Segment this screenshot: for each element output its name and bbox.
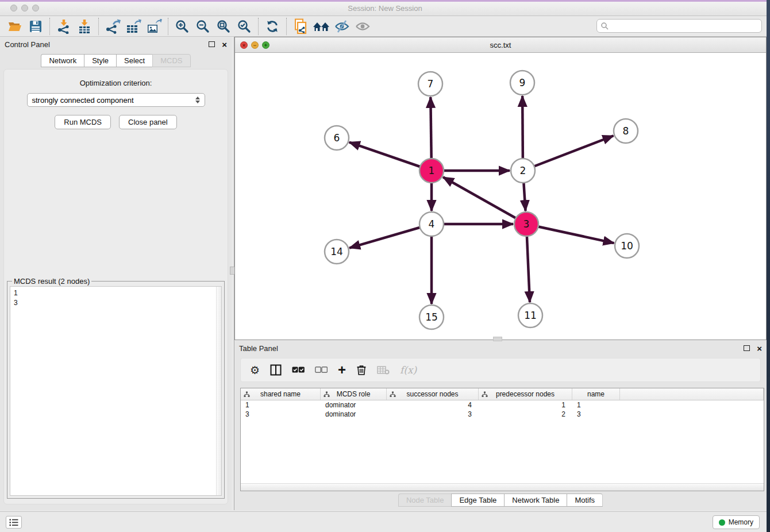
zoom-in-icon[interactable] bbox=[172, 17, 192, 36]
desktop-background-strip bbox=[767, 0, 770, 532]
zoom-fit-icon[interactable] bbox=[213, 17, 234, 36]
tab-node-table[interactable]: Node Table bbox=[398, 494, 452, 507]
main-toolbar bbox=[0, 16, 770, 37]
column-header-successor-nodes[interactable]: successor nodes bbox=[387, 388, 479, 400]
table-row[interactable]: 1 dominator 4 1 1 bbox=[241, 400, 764, 410]
deselect-all-checks-icon[interactable] bbox=[315, 367, 328, 373]
memory-status-icon bbox=[719, 519, 725, 526]
mcds-result-text[interactable]: 1 3 bbox=[10, 286, 222, 496]
dropdown-stepper-icon bbox=[195, 97, 200, 103]
graph-edge-3-10[interactable] bbox=[526, 224, 614, 243]
cell-predecessor-nodes: 1 bbox=[479, 400, 572, 410]
graph-node-14[interactable]: 14 bbox=[325, 240, 349, 264]
network-window-title: scc.txt bbox=[235, 41, 766, 49]
column-header-predecessor-nodes[interactable]: predecessor nodes bbox=[479, 388, 572, 400]
table-horizontal-scrollbar[interactable] bbox=[241, 483, 764, 491]
tab-network-table[interactable]: Network Table bbox=[504, 494, 567, 507]
table-header: shared name MCDS role successor nodes pr… bbox=[241, 388, 764, 400]
export-network-icon[interactable] bbox=[102, 17, 123, 36]
svg-text:6: 6 bbox=[334, 132, 340, 144]
svg-text:10: 10 bbox=[621, 240, 633, 252]
svg-text:11: 11 bbox=[524, 310, 537, 321]
export-image-icon[interactable] bbox=[144, 17, 164, 36]
first-neighbors-icon[interactable] bbox=[311, 17, 332, 36]
node-table: shared name MCDS role successor nodes pr… bbox=[240, 388, 764, 491]
delete-table-icon[interactable] bbox=[377, 365, 390, 375]
task-history-button[interactable] bbox=[6, 516, 22, 529]
show-all-icon[interactable] bbox=[352, 17, 373, 36]
graph-node-15[interactable]: 15 bbox=[419, 305, 444, 329]
function-builder-icon[interactable]: f(x) bbox=[400, 364, 417, 376]
delete-row-icon[interactable] bbox=[356, 364, 367, 376]
memory-button[interactable]: Memory bbox=[713, 515, 760, 529]
tab-style[interactable]: Style bbox=[84, 54, 116, 67]
graph-node-6[interactable]: 6 bbox=[325, 126, 349, 150]
graph-edge-3-1[interactable] bbox=[443, 177, 526, 224]
export-table-icon[interactable] bbox=[123, 17, 144, 36]
result-scrollbar[interactable] bbox=[216, 287, 221, 495]
table-settings-icon[interactable]: ⚙ bbox=[250, 365, 260, 376]
graph-node-2[interactable]: 2 bbox=[511, 159, 535, 183]
svg-text:3: 3 bbox=[523, 218, 530, 230]
import-table-icon[interactable] bbox=[74, 17, 95, 36]
column-header-shared-name[interactable]: shared name bbox=[241, 388, 321, 400]
search-box[interactable] bbox=[596, 19, 762, 33]
window-title: Session: New Session bbox=[0, 4, 770, 13]
zoom-selected-icon[interactable] bbox=[234, 17, 255, 36]
cell-predecessor-nodes: 2 bbox=[479, 410, 572, 419]
column-header-name[interactable]: name bbox=[572, 388, 620, 400]
close-table-panel-icon[interactable]: × bbox=[757, 344, 762, 353]
graph-node-10[interactable]: 10 bbox=[615, 234, 639, 258]
horizontal-splitter-grip[interactable] bbox=[493, 337, 502, 341]
graph-edge-4-14[interactable] bbox=[349, 224, 432, 248]
graph-edge-1-6[interactable] bbox=[349, 142, 432, 171]
select-all-checks-icon[interactable] bbox=[292, 367, 305, 373]
network-window-titlebar[interactable]: × − + scc.txt bbox=[235, 37, 766, 53]
zoom-out-icon[interactable] bbox=[192, 17, 213, 36]
window-titlebar: Session: New Session bbox=[0, 0, 770, 16]
graph-node-3[interactable]: 3 bbox=[514, 212, 538, 236]
criterion-dropdown[interactable]: strongly connected component bbox=[27, 93, 205, 107]
refresh-icon[interactable] bbox=[262, 17, 283, 36]
tab-network[interactable]: Network bbox=[41, 54, 84, 67]
cell-shared-name: 1 bbox=[241, 400, 321, 410]
cell-name: 3 bbox=[572, 410, 620, 419]
tab-motifs[interactable]: Motifs bbox=[567, 494, 603, 507]
graph-node-9[interactable]: 9 bbox=[510, 71, 534, 95]
mcds-result-title: MCDS result (2 nodes) bbox=[12, 277, 91, 286]
run-mcds-button[interactable]: Run MCDS bbox=[55, 115, 111, 129]
hide-selected-icon[interactable] bbox=[332, 17, 352, 36]
column-layout-icon[interactable] bbox=[270, 364, 282, 376]
optimization-criterion-label: Optimization criterion: bbox=[4, 79, 228, 87]
graph-node-7[interactable]: 7 bbox=[418, 72, 442, 96]
control-panel-tabs: Network Style Select MCDS bbox=[0, 54, 232, 67]
tab-select[interactable]: Select bbox=[116, 54, 152, 67]
graph-edge-2-8[interactable] bbox=[523, 136, 614, 171]
import-network-icon[interactable] bbox=[53, 17, 74, 36]
graph-node-11[interactable]: 11 bbox=[518, 303, 542, 327]
result-line: 1 bbox=[14, 288, 218, 298]
cell-mcds-role: dominator bbox=[321, 400, 387, 410]
table-panel-title: Table Panel bbox=[239, 344, 278, 353]
tab-mcds[interactable]: MCDS bbox=[152, 54, 190, 67]
mcds-result-box: MCDS result (2 nodes) 1 3 bbox=[7, 281, 225, 499]
save-session-icon[interactable] bbox=[25, 17, 46, 36]
table-row[interactable]: 3 dominator 3 2 3 bbox=[241, 410, 764, 419]
add-row-icon[interactable]: + bbox=[338, 364, 346, 376]
network-graph[interactable]: 7968124314101511 bbox=[235, 53, 766, 340]
graph-node-1[interactable]: 1 bbox=[419, 159, 444, 183]
search-input[interactable] bbox=[611, 22, 758, 30]
graph-node-4[interactable]: 4 bbox=[419, 212, 444, 236]
close-panel-icon[interactable]: × bbox=[222, 40, 227, 49]
column-header-mcds-role[interactable]: MCDS role bbox=[321, 388, 387, 400]
open-file-icon[interactable] bbox=[5, 17, 25, 36]
new-network-from-selection-icon[interactable] bbox=[290, 17, 311, 36]
svg-text:7: 7 bbox=[428, 78, 434, 90]
tab-edge-table[interactable]: Edge Table bbox=[451, 494, 504, 507]
cell-mcds-role: dominator bbox=[321, 410, 387, 419]
graph-node-8[interactable]: 8 bbox=[614, 119, 638, 143]
close-panel-button[interactable]: Close panel bbox=[119, 115, 177, 129]
float-table-panel-icon[interactable] bbox=[744, 345, 750, 351]
float-panel-icon[interactable] bbox=[209, 41, 215, 47]
table-toolbar: ⚙ + f(x) bbox=[240, 358, 761, 382]
